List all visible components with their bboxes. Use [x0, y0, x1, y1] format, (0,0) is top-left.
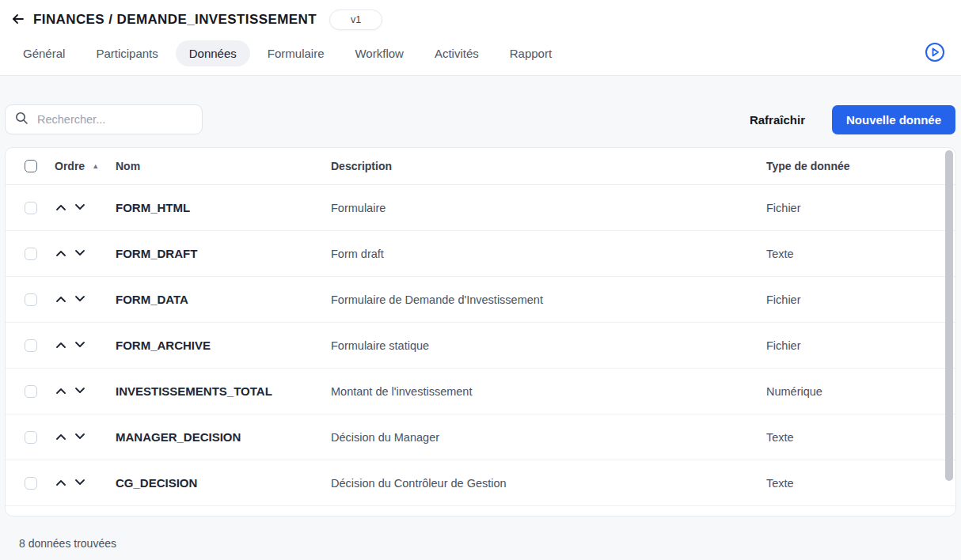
- search-icon: [15, 112, 28, 128]
- table-row[interactable]: FORM_ARCHIVE Formulaire statique Fichier: [6, 323, 955, 369]
- column-header-type: Type de donnée: [766, 160, 955, 172]
- chevron-down-icon: [74, 248, 85, 259]
- move-up-button[interactable]: [55, 479, 66, 488]
- arrow-left-icon: [10, 11, 26, 29]
- move-up-button[interactable]: [55, 387, 66, 396]
- row-type: Fichier: [766, 293, 955, 306]
- row-type: Numérique: [766, 385, 955, 398]
- column-order-label: Ordre: [55, 160, 85, 172]
- tab-bar: GénéralParticipantsDonnéesFormulaireWork…: [0, 33, 961, 75]
- move-down-button[interactable]: [74, 433, 85, 442]
- chevron-up-icon: [55, 202, 66, 214]
- row-name: INVESTISSEMENTS_TOTAL: [116, 384, 331, 398]
- row-order-controls: [55, 479, 116, 488]
- table-row[interactable]: FORM_DATA Formulaire de Demande d'Invest…: [6, 277, 955, 323]
- toolbar: Rafraîchir Nouvelle donnée: [5, 104, 956, 134]
- data-table: Ordre ▲ Nom Description Type de donnée F…: [5, 147, 956, 516]
- table-scrollbar-thumb[interactable]: [945, 150, 953, 481]
- row-order-controls: [55, 203, 116, 213]
- version-badge: v1: [329, 9, 382, 30]
- select-all-checkbox[interactable]: [25, 160, 37, 172]
- row-checkbox[interactable]: [25, 248, 37, 260]
- play-icon: [924, 41, 946, 66]
- move-down-button[interactable]: [74, 249, 85, 259]
- tab-donnees[interactable]: Données: [176, 40, 250, 66]
- row-description: Formulaire de Demande d'Investissement: [331, 293, 766, 306]
- table-row[interactable]: MANAGER_DECISION Décision du Manager Tex…: [6, 414, 955, 460]
- row-type: Texte: [766, 431, 955, 444]
- row-name: MANAGER_DECISION: [116, 430, 331, 444]
- move-down-button[interactable]: [74, 203, 85, 213]
- chevron-up-icon: [55, 293, 66, 305]
- tab-activites[interactable]: Activités: [421, 40, 492, 66]
- search-input[interactable]: [36, 112, 192, 127]
- row-order-controls: [55, 249, 116, 259]
- move-down-button[interactable]: [74, 387, 85, 396]
- row-name: FORM_DRAFT: [116, 247, 331, 260]
- chevron-up-icon: [55, 248, 66, 259]
- row-checkbox[interactable]: [25, 431, 37, 444]
- row-description: Décision du Manager: [331, 431, 766, 444]
- table-scrollbar-track: [944, 149, 954, 514]
- sort-ascending-icon: ▲: [92, 162, 99, 170]
- row-order-controls: [55, 295, 116, 305]
- chevron-down-icon: [74, 385, 85, 397]
- new-data-button[interactable]: Nouvelle donnée: [832, 105, 955, 134]
- main-content: Rafraîchir Nouvelle donnée Ordre ▲ Nom D…: [0, 104, 961, 550]
- row-type: Texte: [766, 477, 955, 490]
- table-row[interactable]: FORM_HTML Formulaire Fichier: [6, 185, 955, 231]
- move-up-button[interactable]: [55, 341, 66, 350]
- row-type: Fichier: [766, 339, 955, 352]
- row-description: Montant de l'investissement: [331, 385, 766, 398]
- chevron-down-icon: [74, 339, 85, 351]
- run-process-button[interactable]: [923, 42, 947, 66]
- refresh-button[interactable]: Rafraîchir: [735, 107, 819, 133]
- table-header-row: Ordre ▲ Nom Description Type de donnée: [6, 148, 955, 185]
- row-order-controls: [55, 433, 116, 442]
- tab-rapport[interactable]: Rapport: [496, 40, 565, 66]
- column-header-order[interactable]: Ordre ▲: [55, 160, 116, 172]
- table-row[interactable]: INVESTISSEMENTS_TOTAL Montant de l'inves…: [6, 369, 955, 414]
- row-name: FORM_DATA: [116, 293, 331, 306]
- title-row: FINANCES / DEMANDE_INVESTISSEMENT v1: [0, 6, 961, 33]
- chevron-down-icon: [74, 477, 85, 489]
- toolbar-actions: Rafraîchir Nouvelle donnée: [735, 105, 956, 134]
- row-description: Formulaire: [331, 202, 766, 214]
- results-count: 8 données trouvées: [19, 537, 956, 550]
- tab-general[interactable]: Général: [9, 40, 78, 66]
- row-checkbox[interactable]: [25, 385, 37, 398]
- row-checkbox[interactable]: [25, 339, 37, 352]
- tab-participants[interactable]: Participants: [82, 40, 171, 66]
- row-description: Formulaire statique: [331, 339, 766, 352]
- row-order-controls: [55, 387, 116, 396]
- tab-workflow[interactable]: Workflow: [341, 40, 416, 66]
- search-box: [5, 104, 203, 134]
- chevron-up-icon: [55, 477, 66, 489]
- back-button[interactable]: [8, 9, 28, 30]
- row-type: Fichier: [766, 202, 955, 214]
- move-down-button[interactable]: [74, 295, 85, 305]
- row-checkbox[interactable]: [25, 293, 37, 306]
- row-description: Décision du Contrôleur de Gestion: [331, 477, 766, 490]
- column-header-name: Nom: [116, 160, 331, 172]
- move-down-button[interactable]: [74, 341, 85, 350]
- row-checkbox[interactable]: [25, 477, 37, 490]
- chevron-up-icon: [55, 431, 66, 443]
- table-row[interactable]: CG_DECISION Décision du Contrôleur de Ge…: [6, 460, 955, 506]
- move-down-button[interactable]: [74, 479, 85, 488]
- row-name: FORM_ARCHIVE: [116, 339, 331, 352]
- move-up-button[interactable]: [55, 249, 66, 259]
- move-up-button[interactable]: [55, 203, 66, 213]
- move-up-button[interactable]: [55, 295, 66, 305]
- table-row[interactable]: FORM_DRAFT Form draft Texte: [6, 231, 955, 277]
- column-header-description: Description: [331, 160, 766, 172]
- row-name: FORM_HTML: [116, 201, 331, 214]
- move-up-button[interactable]: [55, 433, 66, 442]
- chevron-down-icon: [74, 431, 85, 443]
- top-header: FINANCES / DEMANDE_INVESTISSEMENT v1 Gén…: [0, 0, 961, 76]
- tab-formulaire[interactable]: Formulaire: [254, 40, 338, 66]
- chevron-down-icon: [74, 202, 85, 214]
- row-order-controls: [55, 341, 116, 350]
- row-name: CG_DECISION: [116, 476, 331, 490]
- row-checkbox[interactable]: [25, 202, 37, 214]
